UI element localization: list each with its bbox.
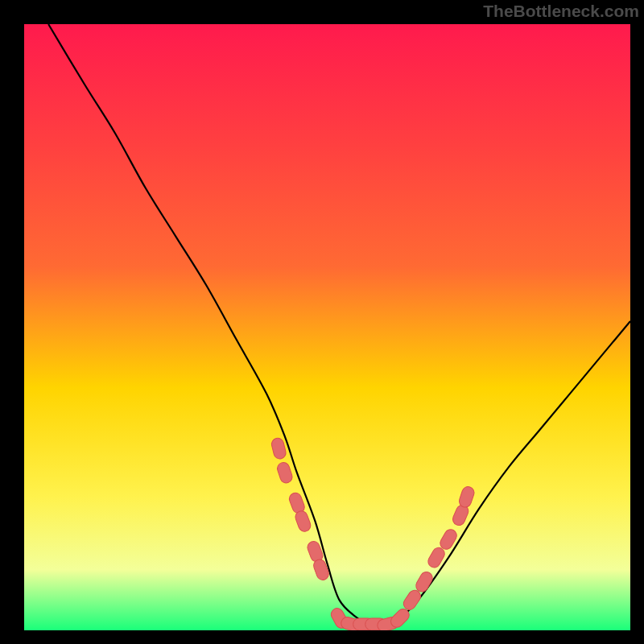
watermark-text: TheBottleneck.com xyxy=(483,2,639,21)
bottleneck-plot xyxy=(24,24,630,630)
plot-svg xyxy=(24,24,630,630)
gradient-background xyxy=(24,24,630,630)
chart-frame: TheBottleneck.com xyxy=(0,0,644,644)
